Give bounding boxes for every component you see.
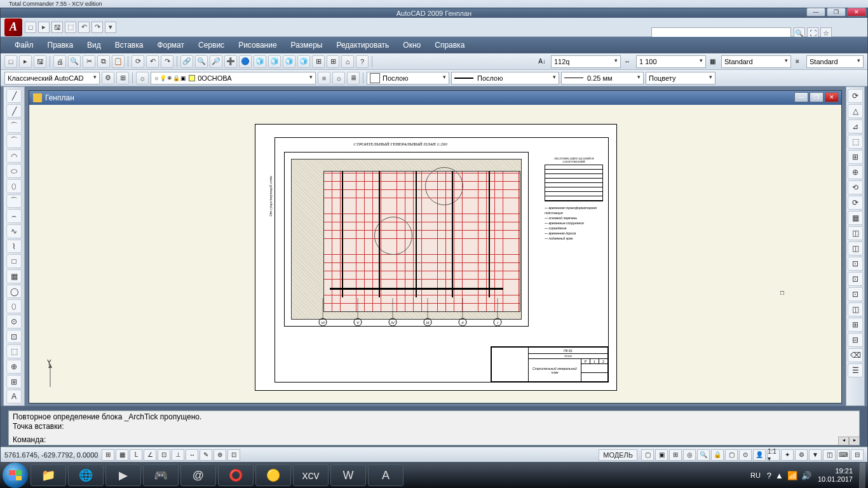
modify-tool-6[interactable]: ⟲ [848, 180, 863, 194]
taskbar-app-2[interactable]: ▶ [105, 464, 141, 486]
cmd-scroll[interactable]: ◂▸ [838, 437, 860, 445]
qat-btn-5[interactable]: ↷ [92, 22, 103, 33]
status-toggle-5[interactable]: ⊥ [172, 449, 184, 461]
layer-tool-icon[interactable]: ≡ [318, 72, 330, 85]
draw-tool-3[interactable]: ⌒ [6, 134, 22, 148]
app-logo-icon[interactable]: A [4, 18, 22, 36]
start-button[interactable] [3, 463, 28, 488]
status-tool-3[interactable]: ◎ [683, 449, 696, 461]
draw-tool-0[interactable]: ╱ [6, 89, 22, 103]
std-tool-23[interactable]: ⊞ [312, 55, 325, 68]
draw-tool-5[interactable]: ⬭ [6, 164, 22, 178]
draw-tool-7[interactable]: ⌒ [6, 194, 22, 208]
std-tool-2[interactable]: 🖫 [34, 55, 46, 68]
status-toggle-9[interactable]: ⊡ [227, 449, 240, 461]
status-tool-7[interactable]: ⊙ [739, 449, 752, 461]
std-tool-25[interactable]: ⌂ [341, 55, 354, 68]
modify-tool-13[interactable]: ⊡ [848, 287, 863, 301]
plotstyle-combo[interactable]: Поцвету [646, 72, 715, 85]
std-tool-18[interactable]: 🔵 [239, 55, 252, 68]
std-tool-11[interactable]: ↶ [146, 55, 159, 68]
menu-правка[interactable]: Правка [41, 38, 80, 52]
qat-btn-1[interactable]: ▸ [38, 22, 50, 33]
modify-tool-12[interactable]: ⊡ [848, 272, 863, 286]
draw-tool-16[interactable]: ⊡ [6, 330, 22, 344]
draw-tool-12[interactable]: ▦ [6, 269, 22, 283]
tray-icon-0[interactable]: ? [767, 471, 771, 480]
status-toggle-3[interactable]: ∠ [144, 449, 156, 461]
drawing-canvas[interactable]: Y □ СТРОИТЕЛЬНЫЙ ГЕНЕРАЛЬНЫЙ ПЛАН 1:200 … [29, 105, 841, 403]
modify-tool-15[interactable]: ⊞ [848, 318, 863, 332]
status-tool-0[interactable]: ▢ [641, 449, 654, 461]
taskbar-app-4[interactable]: @ [180, 464, 216, 486]
status-toggle-4[interactable]: ⊡ [158, 449, 170, 461]
status-tool-10[interactable]: ✦ [781, 449, 794, 461]
status-tool-13[interactable]: ◫ [823, 449, 836, 461]
doc-minimize-button[interactable]: — [794, 92, 808, 102]
menu-вставка[interactable]: Вставка [109, 38, 150, 52]
modify-tool-3[interactable]: ⬚ [848, 135, 863, 149]
draw-tool-14[interactable]: ⬯ [6, 299, 22, 313]
std-tool-20[interactable]: 🧊 [268, 55, 281, 68]
doc-maximize-button[interactable]: ❐ [810, 92, 824, 102]
draw-tool-11[interactable]: □ [6, 254, 22, 268]
lineweight-combo[interactable]: 0.25 мм [561, 72, 644, 85]
close-button[interactable]: ✕ [847, 8, 866, 17]
modify-tool-7[interactable]: ⟳ [848, 196, 863, 210]
std-tool-15[interactable]: 🔍 [195, 55, 208, 68]
modify-tool-10[interactable]: ◫ [848, 241, 863, 255]
tool-palettes-icon[interactable]: ⊞ [116, 72, 129, 85]
menu-сервис[interactable]: Сервис [192, 38, 231, 52]
std-tool-16[interactable]: 🔎 [210, 55, 222, 68]
draw-tool-15[interactable]: ⊙ [6, 315, 22, 329]
std-tool-8[interactable]: 📋 [112, 55, 125, 68]
multileader-style-combo[interactable]: Standard [806, 55, 864, 68]
menu-справка[interactable]: Справка [428, 38, 471, 52]
draw-tool-17[interactable]: ⬚ [6, 344, 22, 358]
std-tool-26[interactable]: ? [356, 55, 369, 68]
status-tool-9[interactable]: 1:1 ▾ [767, 449, 780, 461]
color-combo[interactable]: Послою [367, 72, 449, 85]
status-toggle-6[interactable]: ↔ [186, 449, 198, 461]
menu-файл[interactable]: Файл [8, 38, 40, 52]
status-toggle-1[interactable]: ▦ [116, 449, 128, 461]
minimize-button[interactable]: — [806, 8, 825, 17]
draw-tool-2[interactable]: ⌒ [6, 119, 22, 133]
std-tool-19[interactable]: 🧊 [254, 55, 266, 68]
qat-btn-4[interactable]: ↶ [78, 22, 90, 33]
std-tool-6[interactable]: ✂ [83, 55, 95, 68]
std-tool-10[interactable]: ⟳ [132, 55, 144, 68]
taskbar-app-7[interactable]: xcv [293, 464, 329, 486]
std-tool-24[interactable]: ⊞ [327, 55, 339, 68]
menu-окно[interactable]: Окно [397, 38, 427, 52]
modify-tool-5[interactable]: ⊕ [848, 165, 863, 179]
std-tool-7[interactable]: ⧉ [97, 55, 110, 68]
status-toggle-7[interactable]: ✎ [200, 449, 212, 461]
qat-btn-6[interactable]: ▾ [105, 22, 116, 33]
layer-combo[interactable]: ☼💡❄🔒▣ 0ОСНОВА [151, 72, 316, 85]
draw-tool-13[interactable]: ◯ [6, 285, 22, 299]
menu-рисование[interactable]: Рисование [232, 38, 283, 52]
status-toggle-2[interactable]: L [130, 449, 142, 461]
draw-tool-8[interactable]: ⌢ [6, 209, 22, 223]
modify-tool-1[interactable]: △ [848, 104, 863, 118]
status-toggle-0[interactable]: ⊞ [102, 449, 114, 461]
modify-tool-2[interactable]: ⊿ [848, 119, 863, 133]
taskbar-app-0[interactable]: 📁 [31, 464, 66, 486]
draw-tool-1[interactable]: ╱ [6, 104, 22, 118]
qat-btn-3[interactable]: ⬚ [65, 22, 76, 33]
taskbar-app-5[interactable]: ⭕ [218, 464, 254, 486]
workspace-settings-icon[interactable]: ⚙ [102, 72, 114, 85]
modify-tool-0[interactable]: ⟳ [848, 89, 863, 103]
std-tool-4[interactable]: 🖨 [53, 55, 66, 68]
qat-btn-2[interactable]: 🖫 [51, 22, 63, 33]
modify-tool-16[interactable]: ⊟ [848, 333, 863, 347]
status-tool-11[interactable]: ⚙ [795, 449, 808, 461]
layer-state-icon[interactable]: ☼ [332, 72, 345, 85]
taskbar-app-8[interactable]: W [330, 464, 366, 486]
status-tool-6[interactable]: ▢ [725, 449, 738, 461]
modify-tool-4[interactable]: ⊞ [848, 150, 863, 164]
modify-tool-18[interactable]: ☰ [848, 363, 863, 377]
menu-формат[interactable]: Формат [151, 38, 191, 52]
taskbar-app-1[interactable]: 🌐 [68, 464, 104, 486]
